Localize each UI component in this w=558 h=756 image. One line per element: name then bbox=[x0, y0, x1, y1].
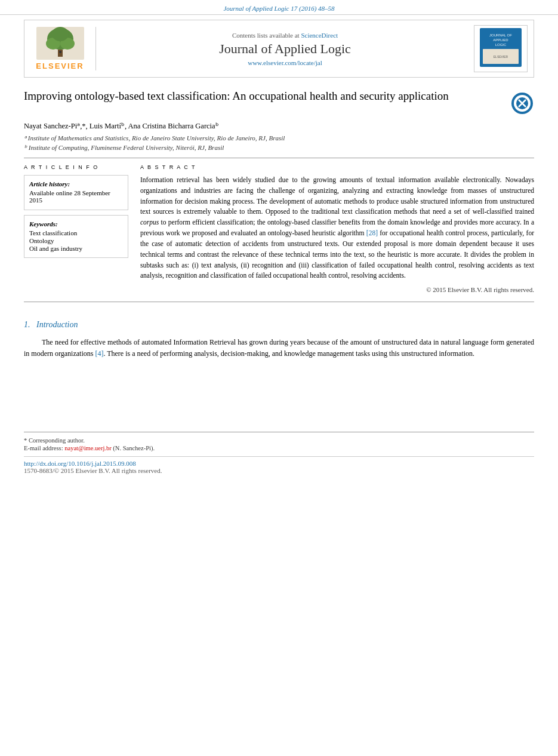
svg-text:LOGIC: LOGIC bbox=[495, 43, 507, 47]
bottom-links: http://dx.doi.org/10.1016/j.jal.2015.09.… bbox=[24, 456, 534, 474]
email-suffix: (N. Sanchez-Pi). bbox=[113, 445, 155, 451]
svg-text:APPLIED: APPLIED bbox=[493, 38, 508, 42]
two-column-section: A R T I C L E I N F O Article history: A… bbox=[24, 164, 534, 293]
journal-top-line: Journal of Applied Logic 17 (2016) 48–58 bbox=[0, 0, 558, 15]
abstract-header: A B S T R A C T bbox=[140, 164, 534, 170]
svg-text:JOURNAL OF: JOURNAL OF bbox=[489, 33, 512, 37]
article-title-block: Improving ontology-based text classifica… bbox=[24, 88, 534, 115]
journal-url: www.elsevier.com/locate/jal bbox=[102, 59, 468, 66]
svg-point-5 bbox=[52, 27, 69, 41]
email-line: E-mail address: nayat@ime.uerj.br (N. Sa… bbox=[24, 445, 534, 451]
science-direct-line: Contents lists available at ScienceDirec… bbox=[102, 32, 468, 39]
section-number: 1. bbox=[24, 320, 30, 329]
section-title: 1. Introduction bbox=[24, 320, 534, 330]
journal-header-center: Contents lists available at ScienceDirec… bbox=[102, 32, 468, 66]
divider-2 bbox=[24, 302, 534, 302]
elsevier-logo: ELSEVIER bbox=[30, 27, 90, 70]
elsevier-tree-icon bbox=[36, 27, 84, 60]
author-names: Nayat Sanchez-Piᵃ,*, Luis Martíᵇ, Ana Cr… bbox=[24, 122, 219, 130]
intro-paragraph: The need for effective methods of automa… bbox=[24, 337, 534, 359]
corpus-italic: corpus bbox=[140, 219, 159, 226]
svg-text:ELSEVIER: ELSEVIER bbox=[494, 55, 508, 59]
introduction-section: 1. Introduction The need for effective m… bbox=[24, 320, 534, 359]
journal-cover-logo: JOURNAL OF APPLIED LOGIC ELSEVIER bbox=[474, 25, 528, 72]
svg-point-6 bbox=[59, 51, 61, 53]
history-label: Article history: bbox=[29, 180, 123, 188]
contents-prefix: Contents lists available at bbox=[232, 32, 301, 39]
journal-citation: Journal of Applied Logic 17 (2016) 48–58 bbox=[223, 5, 334, 12]
main-content: Improving ontology-based text classifica… bbox=[24, 88, 534, 474]
ref-4: [4] bbox=[95, 349, 103, 358]
footnote-area: * Corresponding author. E-mail address: … bbox=[24, 432, 534, 451]
keywords-box: Keywords: Text classification Ontology O… bbox=[24, 215, 128, 258]
science-direct-link[interactable]: ScienceDirect bbox=[301, 32, 338, 39]
copyright-line: © 2015 Elsevier B.V. All rights reserved… bbox=[140, 286, 534, 293]
article-info-column: A R T I C L E I N F O Article history: A… bbox=[24, 164, 128, 293]
affiliation-b: ᵇ Institute of Computing, Fluminense Fed… bbox=[24, 144, 534, 152]
journal-title: Journal of Applied Logic bbox=[102, 41, 468, 57]
available-online: Available online 28 September 2015 bbox=[29, 189, 123, 204]
abstract-column: A B S T R A C T Information retrieval ha… bbox=[140, 164, 534, 293]
article-info-header: A R T I C L E I N F O bbox=[24, 164, 128, 170]
section-name: Introduction bbox=[36, 320, 78, 329]
doi-link[interactable]: http://dx.doi.org/10.1016/j.jal.2015.09.… bbox=[24, 460, 534, 467]
ref-28: [28] bbox=[366, 229, 378, 236]
email-label: E-mail address: bbox=[24, 445, 63, 451]
email-link[interactable]: nayat@ime.uerj.br bbox=[64, 445, 111, 451]
keyword-3: Oil and gas industry bbox=[29, 245, 123, 252]
article-title-text: Improving ontology-based text classifica… bbox=[24, 88, 510, 105]
crossmark-icon bbox=[510, 91, 534, 115]
keyword-2: Ontology bbox=[29, 237, 123, 244]
journal-cover-icon: JOURNAL OF APPLIED LOGIC ELSEVIER bbox=[480, 28, 522, 67]
affiliation-a: ᵃ Institute of Mathematics and Statistic… bbox=[24, 134, 534, 142]
rights-line: 1570-8683/© 2015 Elsevier B.V. All right… bbox=[24, 467, 534, 474]
keyword-1: Text classification bbox=[29, 229, 123, 236]
abstract-text: Information retrieval has been widely st… bbox=[140, 175, 534, 281]
elsevier-logo-block: ELSEVIER bbox=[30, 27, 96, 70]
corresponding-label: * Corresponding author. bbox=[24, 437, 534, 444]
article-history-box: Article history: Available online 28 Sep… bbox=[24, 175, 128, 210]
page: Journal of Applied Logic 17 (2016) 48–58… bbox=[0, 0, 558, 756]
keywords-label: Keywords: bbox=[29, 220, 123, 228]
authors-line: Nayat Sanchez-Piᵃ,*, Luis Martíᵇ, Ana Cr… bbox=[24, 121, 534, 131]
elsevier-brand-text: ELSEVIER bbox=[36, 62, 84, 70]
journal-header: ELSEVIER Contents lists available at Sci… bbox=[24, 20, 534, 78]
divider-1 bbox=[24, 158, 534, 158]
